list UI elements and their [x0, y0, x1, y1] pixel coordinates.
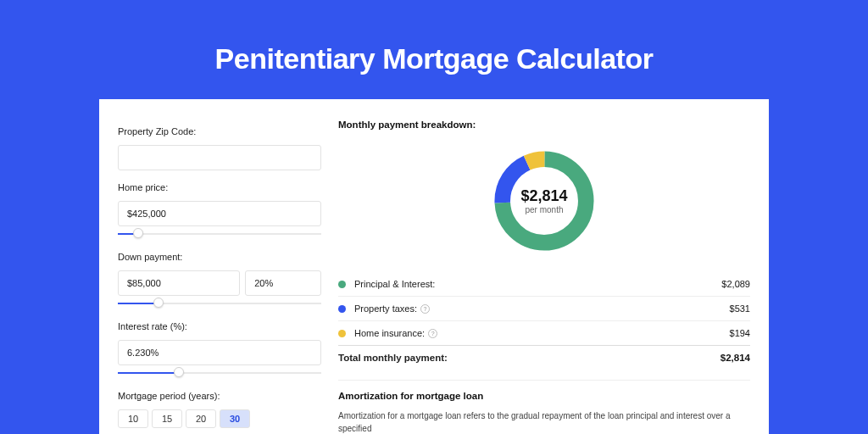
- rate-slider-thumb[interactable]: [174, 367, 184, 377]
- rate-slider[interactable]: [118, 369, 321, 379]
- info-icon[interactable]: ?: [420, 304, 430, 314]
- dot-principal: [338, 281, 346, 288]
- legend-label-principal: Principal & Interest:: [354, 279, 721, 289]
- calculator-card: Property Zip Code: Home price: Down paym…: [99, 99, 769, 434]
- down-percent-input[interactable]: [245, 270, 321, 296]
- down-slider[interactable]: [118, 299, 321, 309]
- breakdown-column: Monthly payment breakdown: $2,814 per mo…: [338, 120, 750, 434]
- donut-sub: per month: [520, 205, 567, 214]
- legend-row-total: Total monthly payment: $2,814: [338, 345, 750, 370]
- rate-label: Interest rate (%):: [118, 321, 321, 331]
- total-label: Total monthly payment:: [338, 353, 721, 363]
- period-btn-15[interactable]: 15: [152, 409, 182, 428]
- form-column: Property Zip Code: Home price: Down paym…: [118, 120, 321, 434]
- info-icon[interactable]: ?: [428, 329, 437, 338]
- legend-val-taxes: $531: [730, 303, 750, 314]
- total-value: $2,814: [721, 353, 750, 363]
- zip-label: Property Zip Code:: [118, 126, 321, 136]
- dot-taxes: [338, 305, 346, 313]
- legend: Principal & Interest: $2,089 Property ta…: [338, 272, 750, 370]
- dot-insurance: [338, 330, 346, 337]
- zip-input[interactable]: [118, 145, 321, 170]
- donut-amount: $2,814: [520, 187, 567, 205]
- price-slider-thumb[interactable]: [133, 228, 143, 238]
- breakdown-title: Monthly payment breakdown:: [338, 120, 750, 130]
- legend-row-principal: Principal & Interest: $2,089: [338, 272, 750, 296]
- price-slider[interactable]: [118, 230, 321, 240]
- legend-label-taxes: Property taxes:?: [354, 303, 730, 314]
- down-label: Down payment:: [118, 252, 321, 262]
- legend-val-insurance: $194: [730, 328, 750, 338]
- donut-chart: $2,814 per month: [338, 142, 750, 260]
- price-label: Home price:: [118, 182, 321, 192]
- period-btn-20[interactable]: 20: [186, 409, 216, 428]
- amort-text: Amortization for a mortgage loan refers …: [338, 409, 750, 434]
- legend-val-principal: $2,089: [721, 279, 750, 289]
- period-btn-10[interactable]: 10: [118, 409, 148, 428]
- legend-label-insurance: Home insurance:?: [354, 328, 730, 338]
- donut-center: $2,814 per month: [520, 187, 567, 214]
- price-input[interactable]: [118, 201, 321, 226]
- down-amount-input[interactable]: [118, 270, 240, 296]
- page-title: Penitentiary Mortgage Calculator: [215, 42, 654, 75]
- period-btn-30[interactable]: 30: [220, 409, 250, 428]
- period-label: Mortgage period (years):: [118, 391, 321, 401]
- period-group: 10 15 20 30: [118, 409, 321, 428]
- rate-input[interactable]: [118, 340, 321, 365]
- rate-slider-fill: [118, 372, 179, 374]
- down-slider-fill: [118, 303, 159, 304]
- amortization-section: Amortization for mortgage loan Amortizat…: [338, 380, 750, 434]
- legend-row-taxes: Property taxes:? $531: [338, 296, 750, 320]
- down-slider-thumb[interactable]: [153, 298, 164, 308]
- legend-row-insurance: Home insurance:? $194: [338, 320, 750, 345]
- amort-title: Amortization for mortgage loan: [338, 391, 750, 401]
